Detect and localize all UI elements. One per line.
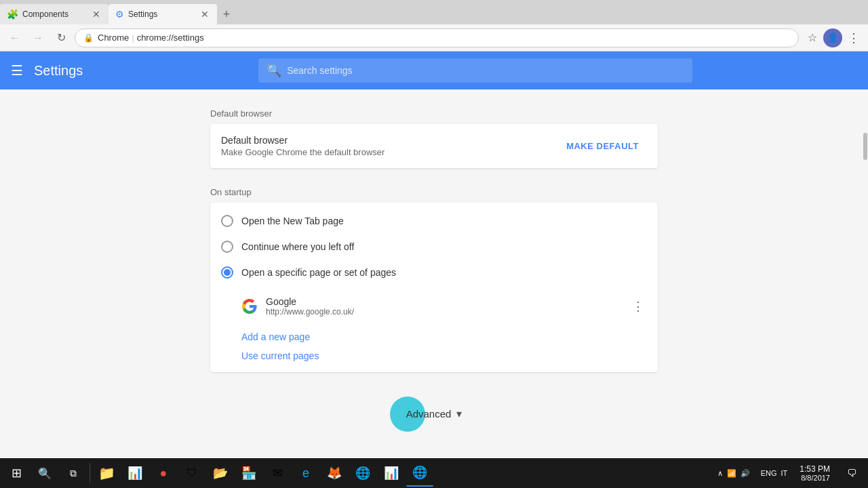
taskbar-search-icon: 🔍 — [38, 467, 52, 480]
radio-specific[interactable] — [221, 266, 233, 279]
page-more-button[interactable]: ⋮ — [629, 296, 647, 317]
url-bar[interactable]: 🔒 Chrome | chrome://settings — [75, 28, 799, 47]
google-favicon — [241, 298, 258, 314]
scrollbar-thumb[interactable] — [863, 133, 867, 160]
reload-button[interactable]: ↻ — [52, 28, 71, 47]
network-icon[interactable]: 📶 — [727, 469, 736, 478]
settings-tab-icon: ⚙ — [115, 9, 124, 20]
default-browser-main-label: Default browser — [221, 135, 558, 146]
hamburger-icon: ☰ — [11, 62, 23, 79]
url-separator: | — [132, 33, 134, 43]
startup-option-specific[interactable]: Open a specific page or set of pages — [221, 260, 647, 285]
forward-button[interactable]: → — [28, 28, 47, 47]
default-browser-row: Default browser Make Google Chrome the d… — [210, 124, 658, 168]
tab-components-close[interactable]: ✕ — [91, 9, 102, 20]
tab-bar: 🧩 Components ✕ ⚙ Settings ✕ + — [0, 0, 868, 24]
menu-button[interactable]: ⋮ — [844, 28, 863, 47]
browser-window: 🧩 Components ✕ ⚙ Settings ✕ + ← → ↻ 🔒 Ch… — [0, 0, 868, 488]
taskbar-app4[interactable]: 🛡 — [178, 460, 205, 487]
address-bar: ← → ↻ 🔒 Chrome | chrome://settings ☆ 👤 ⋮ — [0, 24, 868, 52]
taskbar-time[interactable]: 1:53 PM 8/8/2017 — [794, 464, 835, 482]
menu-icon: ⋮ — [848, 30, 859, 45]
back-icon: ← — [9, 32, 20, 44]
search-input[interactable] — [287, 65, 684, 76]
files-icon: 📁 — [98, 465, 115, 481]
taskbar-files[interactable]: 📁 — [93, 460, 120, 487]
equalizer-icon: 📊 — [127, 466, 142, 481]
layout-label: IT — [781, 469, 788, 477]
page-url: http://www.google.co.uk/ — [266, 307, 621, 317]
clock-date: 8/8/2017 — [800, 474, 830, 482]
chevron-down-icon: ▾ — [456, 407, 462, 420]
google-g-icon — [241, 298, 258, 314]
taskbar-task-view[interactable]: ⧉ — [60, 460, 87, 487]
startup-options: Open the New Tab page Continue where you… — [210, 203, 658, 291]
content-area: Default browser Default browser Make Goo… — [210, 89, 658, 455]
default-browser-text: Default browser Make Google Chrome the d… — [221, 135, 558, 157]
notification-icon: 🗨 — [847, 468, 856, 479]
clock-time: 1:53 PM — [800, 464, 830, 474]
tab-settings-label: Settings — [128, 9, 157, 19]
windows-icon: ⊞ — [12, 466, 22, 481]
page-item-google: Google http://www.google.co.uk/ ⋮ — [241, 291, 647, 322]
profile-button[interactable]: 👤 — [823, 28, 842, 47]
taskbar-chrome[interactable]: 🌐 — [349, 460, 376, 487]
active-chrome-icon: 🌐 — [412, 465, 427, 480]
radio-new-tab[interactable] — [221, 215, 233, 227]
tab-settings[interactable]: ⚙ Settings ✕ — [108, 4, 217, 24]
task-view-icon: ⧉ — [70, 468, 77, 479]
taskbar-separator — [90, 463, 90, 483]
settings-title: Settings — [34, 63, 83, 79]
url-icon: 🔒 — [83, 33, 94, 43]
url-address: chrome://settings — [137, 33, 204, 43]
page-info: Google http://www.google.co.uk/ — [266, 296, 621, 317]
new-tab-button[interactable]: + — [217, 5, 236, 24]
make-default-button[interactable]: MAKE DEFAULT — [558, 136, 647, 157]
startup-new-tab-label: Open the New Tab page — [241, 216, 344, 226]
startup-option-new-tab[interactable]: Open the New Tab page — [221, 208, 647, 234]
taskbar-equalizer[interactable]: 📊 — [121, 460, 149, 487]
notifications-button[interactable]: 🗨 — [838, 460, 865, 487]
start-button[interactable]: ⊞ — [3, 460, 30, 487]
settings-header: ☰ Settings 🔍 — [0, 52, 868, 89]
taskbar-powerpoint[interactable]: 📊 — [378, 460, 405, 487]
app3-icon: ● — [160, 466, 167, 481]
scrollbar-track[interactable] — [863, 52, 868, 488]
back-button[interactable]: ← — [5, 28, 24, 47]
forward-icon: → — [33, 32, 43, 44]
taskbar-app6[interactable]: 🏪 — [235, 460, 262, 487]
bookmark-button[interactable]: ☆ — [803, 28, 822, 47]
on-startup-card: Open the New Tab page Continue where you… — [210, 203, 658, 372]
taskbar-active-chrome[interactable]: 🌐 — [406, 460, 433, 487]
default-browser-sub-label: Make Google Chrome the default browser — [221, 147, 558, 157]
settings-content: Default browser Default browser Make Goo… — [0, 89, 868, 488]
taskbar-search[interactable]: 🔍 — [31, 460, 58, 487]
advanced-label: Advanced — [406, 408, 452, 420]
taskbar-firefox[interactable]: 🦊 — [321, 460, 348, 487]
taskbar: ⊞ 🔍 ⧉ 📁 📊 ● 🛡 📂 🏪 ✉ e 🦊 🌐 📊 🌐 — [0, 458, 868, 488]
taskbar-app3[interactable]: ● — [150, 460, 177, 487]
taskbar-app5[interactable]: 📂 — [207, 460, 234, 487]
taskbar-lang: ENG IT — [757, 469, 792, 477]
radio-continue[interactable] — [221, 241, 233, 253]
sidebar-toggle[interactable]: ☰ — [11, 62, 23, 79]
advanced-button[interactable]: Advanced ▾ — [393, 399, 476, 428]
app6-icon: 🏪 — [241, 466, 256, 481]
app5-icon: 📂 — [213, 466, 228, 481]
volume-icon[interactable]: 🔊 — [741, 469, 750, 478]
settings-page: ☰ Settings 🔍 Default browser Default bro… — [0, 52, 868, 488]
taskbar-mail[interactable]: ✉ — [264, 460, 291, 487]
add-new-page-link[interactable]: Add a new page — [210, 327, 658, 350]
ie-icon: e — [302, 466, 309, 481]
tab-components[interactable]: 🧩 Components ✕ — [0, 4, 108, 24]
chrome-icon: 🌐 — [355, 466, 370, 481]
startup-option-continue[interactable]: Continue where you left off — [221, 234, 647, 260]
use-current-pages-link[interactable]: Use current pages — [210, 350, 658, 372]
tab-settings-close[interactable]: ✕ — [199, 9, 210, 20]
taskbar-ie[interactable]: e — [292, 460, 319, 487]
system-tray-arrow[interactable]: ∧ — [717, 469, 723, 478]
firefox-icon: 🦊 — [327, 466, 342, 481]
search-box[interactable]: 🔍 — [258, 58, 692, 83]
toolbar-icons: ☆ 👤 ⋮ — [803, 28, 863, 47]
url-prefix: Chrome — [98, 33, 129, 43]
